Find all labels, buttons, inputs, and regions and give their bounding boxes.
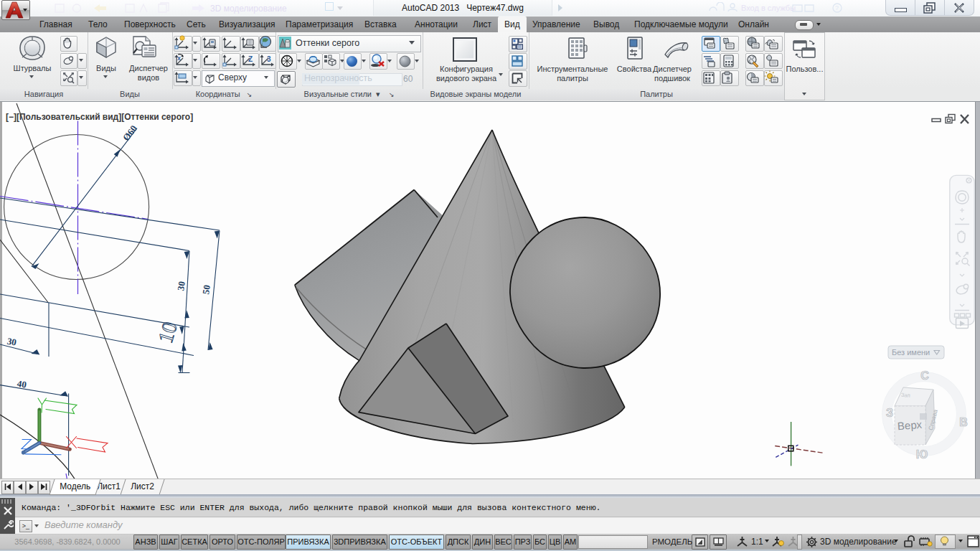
svg-text:Вход в службы: Вход в службы — [741, 4, 796, 12]
svg-text:x: x — [177, 55, 181, 62]
svg-text:30: 30 — [175, 281, 187, 291]
svg-text:40: 40 — [17, 378, 27, 390]
svg-text:10: 10 — [154, 319, 182, 346]
svg-text:Верх: Верх — [897, 418, 923, 432]
svg-text:50: 50 — [200, 284, 212, 295]
svg-text:Ø60: Ø60 — [121, 123, 139, 143]
svg-text:В: В — [959, 416, 968, 428]
svg-text:3: 3 — [267, 55, 271, 63]
svg-text:Без имени: Без имени — [892, 348, 930, 357]
svg-text:З: З — [886, 407, 893, 419]
svg-text:Z: Z — [248, 55, 253, 63]
svg-text:Зап: Зап — [901, 392, 911, 399]
svg-text:Ю: Ю — [916, 448, 928, 461]
svg-text:?: ? — [835, 4, 839, 11]
svg-text:30: 30 — [6, 336, 18, 348]
svg-text:С: С — [920, 369, 929, 382]
